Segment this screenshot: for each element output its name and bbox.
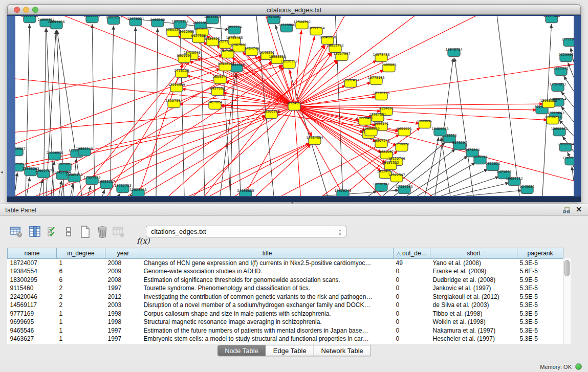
graph-node[interactable]: 10688609	[362, 127, 379, 136]
cell-in_degree[interactable]: 2	[57, 301, 105, 310]
graph-node[interactable]: 15720407	[356, 116, 373, 125]
new-table-button[interactable]	[78, 225, 92, 239]
table-row[interactable]: 1830029562008Estimation of significance …	[8, 276, 563, 285]
cell-title[interactable]: Structural magnetic resonance image aver…	[141, 318, 394, 326]
graph-node[interactable]: 2803144	[213, 75, 228, 84]
tab-node-table[interactable]: Node Table	[217, 345, 266, 356]
graph-node[interactable]: 12213399	[168, 83, 185, 92]
graph-node[interactable]: 19218986	[278, 23, 295, 32]
table-row[interactable]: 1938455462009Genome-wide association stu…	[8, 267, 563, 276]
graph-node[interactable]: 26206507	[15, 147, 26, 156]
graph-edge[interactable]	[189, 143, 310, 196]
cell-name[interactable]: 9777169	[8, 310, 57, 318]
cell-year[interactable]: 2009	[105, 267, 141, 276]
graph-node[interactable]: 19384554	[306, 136, 323, 145]
cell-short[interactable]: de Silva et al. (2003)	[430, 301, 517, 310]
cell-name[interactable]: 18724007	[8, 259, 57, 268]
graph-node[interactable]: 12923443	[129, 188, 146, 196]
graph-node[interactable]: 7857224	[227, 25, 242, 34]
graph-node[interactable]: 20206576	[46, 151, 63, 160]
graph-node[interactable]: 8466160	[150, 18, 165, 27]
cell-in_degree[interactable]: 1	[57, 326, 105, 335]
cell-pagerank[interactable]: 5.5E-5	[517, 293, 563, 301]
graph-node[interactable]: 16151322	[382, 161, 399, 170]
cell-in_degree[interactable]: 1	[57, 318, 105, 326]
graph-node[interactable]: 16958107	[98, 180, 115, 189]
graph-node[interactable]: 18107554	[165, 99, 182, 108]
graph-node[interactable]: 20131706	[21, 16, 38, 23]
cell-short[interactable]: Jankovic et al. (1997)	[430, 284, 517, 293]
show-columns-button[interactable]	[28, 225, 42, 239]
graph-node[interactable]: 11054808	[543, 16, 560, 23]
column-header-year[interactable]: year	[105, 248, 141, 259]
cell-pagerank[interactable]: 5.3E-5	[517, 284, 563, 293]
graph-node[interactable]: 13942757	[35, 169, 52, 178]
table-row[interactable]: 946554611997Estimation of the future num…	[8, 326, 563, 335]
cell-pagerank[interactable]: 5.3E-5	[517, 318, 563, 326]
graph-node[interactable]: 10654112	[506, 177, 522, 186]
graph-node[interactable]: 17016504	[557, 142, 574, 151]
graph-node[interactable]: 16648784	[445, 48, 462, 57]
column-header-title[interactable]: title	[141, 248, 394, 259]
cell-out_degree[interactable]: 0	[394, 326, 430, 335]
cell-short[interactable]: Nakamura et al. (1997)	[430, 326, 517, 335]
graph-node[interactable]: 16782753	[114, 184, 131, 193]
graph-node[interactable]: 19616245	[334, 189, 351, 196]
cell-in_degree[interactable]: 6	[57, 267, 105, 276]
graph-node[interactable]: 15692951	[551, 127, 568, 136]
function-builder-button[interactable]: f(x)	[128, 225, 145, 239]
cell-short[interactable]: Stergiakouli et al. (2012)	[430, 293, 517, 301]
column-header-in_degree[interactable]: in_degree	[57, 248, 105, 259]
cell-title[interactable]: Embryonic stem cells: a model to study s…	[141, 335, 394, 343]
graph-node[interactable]: 18724007	[286, 101, 302, 111]
table-row[interactable]: 1872400712008Changes of HCN gene express…	[8, 259, 563, 268]
cell-name[interactable]: 18300295	[8, 276, 57, 285]
cell-title[interactable]: Corpus callosum shape and size in male p…	[141, 310, 394, 318]
graph-edge[interactable]	[496, 16, 519, 196]
cell-in_degree[interactable]: 1	[57, 310, 105, 318]
graph-node[interactable]: 10591374	[308, 26, 324, 35]
cell-pagerank[interactable]: 5.3E-5	[517, 310, 563, 318]
graph-node[interactable]: 9975887	[58, 162, 73, 171]
cell-year[interactable]: 1998	[105, 310, 141, 318]
graph-node[interactable]: 16033809	[204, 16, 221, 24]
graph-edge[interactable]	[169, 52, 332, 196]
cell-title[interactable]: Genome-wide association studies in ADHD.	[141, 267, 394, 276]
column-header-pagerank[interactable]: pagerank	[517, 248, 563, 259]
graph-node[interactable]: 13505135	[66, 173, 82, 182]
cell-year[interactable]: 2012	[105, 293, 141, 301]
graph-node[interactable]: 8454749	[245, 47, 259, 56]
graph-node[interactable]: 7632621	[486, 162, 500, 171]
cell-name[interactable]: 19384554	[8, 267, 57, 276]
cell-in_degree[interactable]: 6	[57, 276, 105, 285]
graph-node[interactable]: 16116126	[373, 91, 389, 100]
graph-edge[interactable]	[230, 35, 234, 196]
cell-year[interactable]: 1997	[105, 326, 141, 335]
graph-edge[interactable]	[156, 28, 158, 196]
graph-node[interactable]: 24166825	[237, 189, 254, 196]
cell-out_degree[interactable]: 0	[394, 284, 430, 293]
cell-year[interactable]: 1997	[105, 335, 141, 343]
graph-node[interactable]: 9245652	[520, 185, 535, 194]
cell-title[interactable]: Estimation of significance thresholds fo…	[141, 276, 394, 285]
graph-edge[interactable]	[425, 137, 439, 196]
graph-node[interactable]: 8427552	[210, 86, 225, 96]
cell-out_degree[interactable]: 0	[394, 293, 430, 301]
graph-edge[interactable]	[27, 177, 30, 196]
graph-edge[interactable]	[430, 169, 488, 196]
cell-year[interactable]: 2008	[105, 259, 141, 268]
cell-pagerank[interactable]: 5.9E-5	[517, 276, 563, 285]
table-selector-dropdown[interactable]: citations_edges.txt ▲▼	[146, 226, 346, 237]
cell-in_degree[interactable]: 1	[57, 335, 105, 343]
graph-node[interactable]: 16409543	[431, 127, 448, 136]
cell-title[interactable]: Changes of HCN gene expression and I(f) …	[141, 259, 394, 268]
tab-network-table[interactable]: Network Table	[314, 345, 371, 356]
graph-node[interactable]: 14522547	[388, 173, 405, 182]
cell-pagerank[interactable]: 5.3E-5	[517, 259, 563, 268]
graph-node[interactable]: 15276021	[127, 17, 144, 26]
table-row[interactable]: 969969511998Structural magnetic resonanc…	[8, 318, 563, 326]
graph-node[interactable]: 18807243	[373, 139, 389, 148]
cell-short[interactable]: Franke et al. (2009)	[430, 267, 517, 276]
cell-name[interactable]: 22420046	[8, 293, 57, 301]
graph-node[interactable]: 8999695	[418, 119, 432, 128]
